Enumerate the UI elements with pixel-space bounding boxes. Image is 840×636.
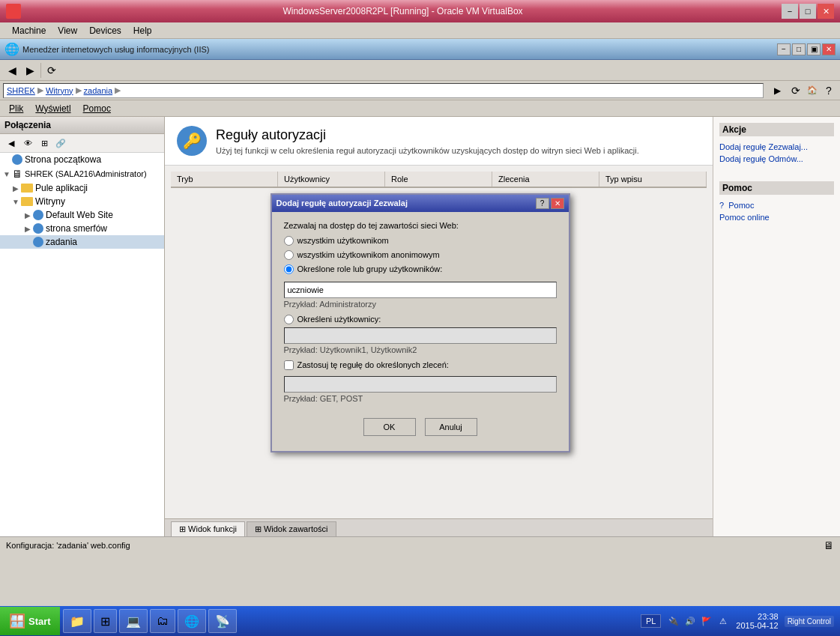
radio-roles: Określone role lub grupy użytkowników: — [284, 264, 557, 274]
radio-specific-users-input[interactable] — [284, 315, 294, 324]
vbox-icon — [6, 4, 21, 19]
clock-date: 2015-04-12 — [736, 621, 778, 630]
menu-machine[interactable]: Machine — [6, 24, 52, 37]
verbs-input[interactable] — [284, 376, 557, 393]
roles-example: Przykład: Administratorzy — [284, 300, 557, 309]
window-controls: − □ ✕ — [782, 4, 834, 19]
radio-all-users-label: wszystkim użytkownikom — [297, 236, 389, 245]
tray-volume-icon[interactable]: 🔊 — [683, 614, 697, 628]
radio-specific-users-label: Określeni użytkownicy: — [297, 315, 381, 324]
dialog-title: Dodaj regułę autoryzacji Zezwalaj — [277, 199, 408, 208]
modal-overlay: Dodaj regułę autoryzacji Zezwalaj ? ✕ Ze… — [0, 39, 840, 606]
radio-group: wszystkim użytkownikom wszystkim użytkow… — [284, 236, 557, 274]
specific-users-input[interactable] — [284, 327, 557, 344]
dialog-help-btn[interactable]: ? — [536, 198, 549, 209]
radio-anon-users: wszystkim użytkownikom anonimowym — [284, 250, 557, 260]
window-title: WindowsServer2008R2PL [Running] - Oracle… — [24, 6, 782, 16]
taskbar-item-network[interactable]: 📡 — [208, 609, 237, 633]
taskbar: 🪟 Start 📁 ⊞ 💻 🗂 🌐 📡 PL 🔌 🔊 🚩 ⚠ 23:38 201… — [0, 606, 840, 636]
start-button[interactable]: 🪟 Start — [0, 607, 60, 635]
radio-anon-users-input[interactable] — [284, 250, 294, 260]
minimize-button[interactable]: − — [782, 4, 798, 19]
radio-specific-users: Określeni użytkownicy: — [284, 315, 557, 324]
taskbar-item-files[interactable]: 🗂 — [150, 609, 175, 633]
maximize-button[interactable]: □ — [800, 4, 816, 19]
menu-help[interactable]: Help — [127, 24, 158, 37]
verbs-example: Przykład: GET, POST — [284, 394, 557, 403]
radio-anon-users-label: wszystkim użytkownikom anonimowym — [297, 250, 440, 259]
radio-all-users: wszystkim użytkownikom — [284, 236, 557, 246]
clock-time: 23:38 — [736, 612, 778, 621]
titlebar: WindowsServer2008R2PL [Running] - Oracle… — [0, 0, 840, 22]
tray-flag-icon[interactable]: 🚩 — [700, 614, 713, 628]
taskbar-item-explorer[interactable]: 📁 — [63, 609, 91, 633]
tray-warning-icon[interactable]: ⚠ — [716, 614, 730, 628]
verbs-checkbox[interactable] — [284, 360, 294, 370]
dialog-cancel-btn[interactable]: Anuluj — [425, 418, 477, 436]
host-menubar: Machine View Devices Help — [0, 22, 840, 39]
radio-roles-label: Określone role lub grupy użytkowników: — [297, 264, 443, 273]
menu-devices[interactable]: Devices — [83, 24, 127, 37]
auth-rule-dialog: Dodaj regułę autoryzacji Zezwalaj ? ✕ Ze… — [271, 193, 570, 452]
specific-example: Przykład: Użytkownik1, Użytkownik2 — [284, 345, 557, 354]
dialog-actions: OK Anuluj — [284, 409, 557, 442]
dialog-main-label: Zezwalaj na dostęp do tej zawartości sie… — [284, 221, 557, 230]
close-button[interactable]: ✕ — [818, 4, 834, 19]
taskbar-clock[interactable]: 23:38 2015-04-12 — [736, 612, 778, 630]
menu-view[interactable]: View — [52, 24, 83, 37]
radio-roles-input[interactable] — [284, 264, 294, 274]
taskbar-item-cmd[interactable]: ⊞ — [94, 609, 117, 633]
taskbar-item-terminal[interactable]: 💻 — [119, 609, 148, 633]
dialog-ok-btn[interactable]: OK — [363, 418, 416, 436]
start-label: Start — [28, 616, 51, 627]
taskbar-item-ie[interactable]: 🌐 — [178, 609, 206, 633]
dialog-titlebar: Dodaj regułę autoryzacji Zezwalaj ? ✕ — [272, 195, 569, 212]
taskbar-right: PL 🔌 🔊 🚩 ⚠ 23:38 2015-04-12 Right Contro… — [641, 612, 840, 630]
roles-input[interactable] — [284, 282, 557, 298]
radio-all-users-input[interactable] — [284, 236, 294, 246]
lang-indicator[interactable]: PL — [641, 614, 661, 628]
dialog-controls: ? ✕ — [536, 198, 564, 209]
checkbox-label: Zastosuj tę regułę do określonych zleceń… — [297, 360, 449, 369]
tray-network-icon[interactable]: 🔌 — [667, 614, 680, 628]
dialog-close-btn[interactable]: ✕ — [551, 198, 564, 209]
right-control-label: Right Control — [785, 616, 834, 627]
dialog-content: Zezwalaj na dostęp do tej zawartości sie… — [272, 212, 569, 451]
checkbox-row: Zastosuj tę regułę do określonych zleceń… — [284, 360, 557, 370]
tray-icons: 🔌 🔊 🚩 ⚠ — [667, 614, 730, 628]
